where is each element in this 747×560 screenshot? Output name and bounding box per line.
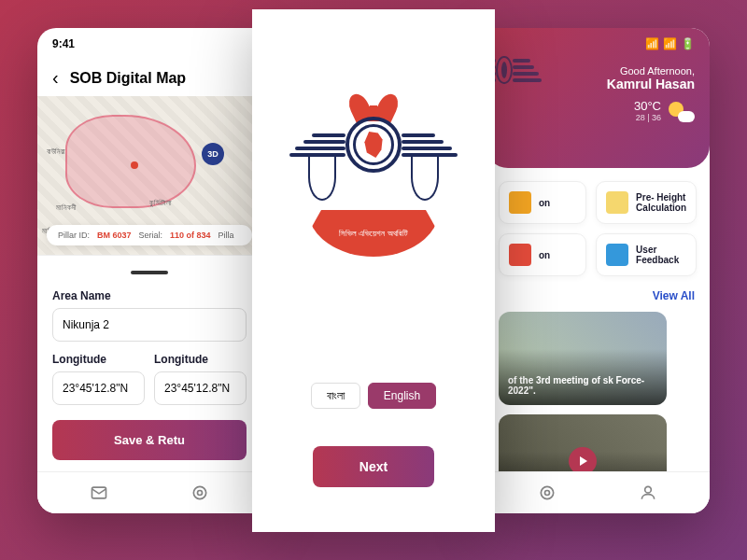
area-input[interactable] [52,308,247,342]
header: ‹ SOB Digital Map [37,60,261,96]
weather-icon [669,100,695,122]
tile-feedback[interactable]: User Feedback [596,233,697,276]
longitude-input-1[interactable] [52,371,145,405]
pillar-info-chip: Pillar ID: BM 6037 Serial: 110 of 834 Pi… [47,225,252,245]
svg-point-3 [541,486,553,498]
target-icon[interactable] [538,483,557,502]
serial-label: Serial: [139,231,163,240]
bottom-nav [486,471,710,513]
sheet-handle[interactable] [131,271,168,274]
longitude-label-2: Longitude [154,353,247,366]
svg-point-5 [645,486,652,493]
tile-pre-height[interactable]: Pre- Height Calculation [596,181,697,224]
map-view[interactable]: 3D বাউনিয়া মানিকদী মাটিকাটা কুর্মিটোলা … [37,96,261,255]
bangladesh-map-icon [362,132,385,158]
bottom-sheet: Area Name Longitude Longitude Save & Ret… [37,255,261,475]
wifi-icon: 📶 [663,37,677,50]
phone-splash-screen: সিভিল এভিয়েশন অথরিটি বাংলা English Next [252,9,495,532]
svg-point-2 [198,491,203,496]
logo-container: সিভিল এভিয়েশন অথরিটি [252,9,495,364]
surveyor-icon [606,191,628,214]
status-time: 9:41 [52,37,75,50]
svg-point-4 [545,491,550,496]
save-button[interactable]: Save & Retu [52,420,247,460]
view-all-link[interactable]: View All [486,289,710,302]
map-label: মানিকদী [56,203,76,213]
pillar-id-value: BM 6037 [97,231,132,240]
feature-tiles: on Pre- Height Calculation on User Feedb… [486,168,710,289]
3d-toggle-badge[interactable]: 3D [202,143,224,165]
folder-icon [509,191,531,214]
news-card-1[interactable]: of the 3rd meeting of sk Force-2022". [499,312,667,405]
area-label: Area Name [52,289,247,302]
caab-emblem: সিভিল এভিয়েশন অথরিটি [289,93,458,280]
mail-icon[interactable] [90,483,108,502]
serial-value: 110 of 834 [170,231,211,240]
phone-map-screen: 9:41 ‹ SOB Digital Map 3D বাউনিয়া মানিক… [37,28,261,513]
lang-english-button[interactable]: English [368,383,436,409]
target-icon[interactable] [190,483,209,502]
user-icon[interactable] [639,483,657,502]
back-icon[interactable]: ‹ [52,67,59,89]
tile-3[interactable]: on [499,233,586,276]
page-title: SOB Digital Map [70,70,186,87]
pillar-id-label: Pillar ID: [58,231,90,240]
tile-1[interactable]: on [499,181,586,224]
status-icons: 📶 📶 🔋 [645,37,695,50]
ribbon-banner: সিভিল এভিয়েশন অথরিটি [308,210,439,257]
map-zone-overlay [65,115,196,208]
map-pin-icon [131,161,138,169]
news-carousel[interactable]: of the 3rd meeting of sk Force-2022". [486,302,710,414]
map-label: বাউনিয়া [47,147,65,157]
phone-home-screen: 📶 📶 🔋 Good Afternoon, Kamrul Hasan 30°C … [486,28,710,513]
roundel-icon [345,117,402,173]
status-bar: 9:41 [37,28,261,60]
hero-header: 📶 📶 🔋 Good Afternoon, Kamrul Hasan 30°C … [486,28,710,168]
temperature: 30°C 28 | 36 [634,99,661,122]
lang-bangla-button[interactable]: বাংলা [311,383,360,409]
svg-point-1 [193,486,205,498]
signal-icon: 📶 [645,37,659,50]
next-button[interactable]: Next [313,446,434,487]
books-icon [509,244,531,266]
longitude-input-2[interactable] [154,371,247,405]
language-toggle: বাংলা English [252,383,495,409]
heart-icon [606,244,628,266]
map-label: কুর্মিটোলা [149,199,172,208]
longitude-label: Longitude [52,353,145,366]
bottom-nav [37,471,261,513]
battery-icon: 🔋 [681,37,695,50]
